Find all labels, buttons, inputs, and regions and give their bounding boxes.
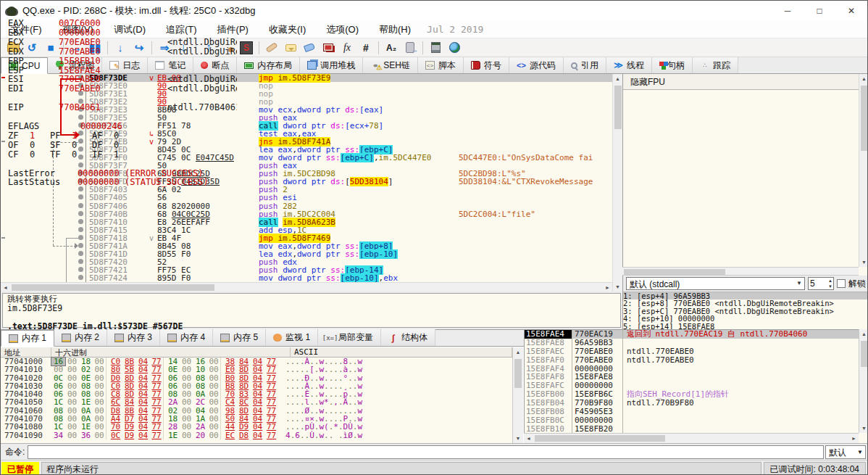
patch-button[interactable] <box>263 40 280 56</box>
breakpoint-dot-icon[interactable] <box>78 259 83 264</box>
command-scope-select[interactable]: 默认 ▼ <box>825 445 866 459</box>
tab-内存布局[interactable]: 内存布局 <box>237 57 300 73</box>
register-row[interactable]: ZF 1PF 1AF 0 <box>8 131 237 141</box>
unlock-checkbox[interactable] <box>837 279 846 288</box>
tab-监视 1[interactable]: 监视 1 <box>266 329 318 346</box>
scroll-thumb[interactable] <box>861 341 868 367</box>
tab-符号[interactable]: 符号 <box>464 57 509 73</box>
tab-调用堆栈[interactable]: 调用堆栈 <box>300 57 363 73</box>
register-row[interactable] <box>8 112 237 122</box>
tab-内存 5[interactable]: 内存 5 <box>213 329 266 346</box>
breakpoint-dot-icon[interactable] <box>78 211 83 216</box>
scroll-down-arrow[interactable]: ▼ <box>859 257 868 267</box>
tab-句柄[interactable]: 句柄 <box>652 57 693 73</box>
tab-SEH链[interactable]: ⚭SEH链 <box>363 57 418 73</box>
disasm-row[interactable]: 5D8F740B68 04C0C25Dpush im.5DC2C0045DC2C… <box>1 210 612 218</box>
disasm-row[interactable]: 5D8F741583C4 1Cadd esp,1C <box>1 226 612 234</box>
disasm-row[interactable]: 5D8F740556push esi <box>1 194 612 202</box>
breakpoint-dot-icon[interactable] <box>78 219 83 224</box>
remote-device-button[interactable] <box>401 40 419 56</box>
scroll-down-arrow[interactable]: ▼ <box>859 424 868 433</box>
stack-row[interactable]: 15E8FAF0770EABE0ntdll.770EABE0 <box>525 356 868 365</box>
registers-hscrollbar[interactable] <box>622 267 859 276</box>
scroll-left-arrow[interactable]: ◄ <box>524 434 533 443</box>
stack-hscrollbar[interactable]: ◄► <box>524 433 859 443</box>
register-list[interactable]: EAX007C6000EBX00000000ECX770EABE0<ntdll.… <box>1 17 237 194</box>
tab-内存 1[interactable]: 内存 1 <box>1 330 54 347</box>
scroll-down-arrow[interactable]: ▼ <box>513 434 523 443</box>
scroll-up-arrow[interactable]: ▲ <box>859 329 868 339</box>
tab-源代码[interactable]: <>源代码 <box>509 57 564 73</box>
breakpoint-dot-icon[interactable] <box>78 203 83 208</box>
scroll-thumb[interactable] <box>861 86 868 151</box>
breakpoint-dot-icon[interactable] <box>78 194 83 199</box>
breakpoint-dot-icon[interactable] <box>78 267 83 272</box>
comment-button[interactable] <box>282 40 299 56</box>
calling-convention-select[interactable]: 默认 (stdcall) ▼ <box>626 277 805 290</box>
scroll-thumb[interactable] <box>624 269 725 275</box>
menu-item[interactable]: 帮助(H) <box>369 21 421 38</box>
scroll-thumb[interactable] <box>12 284 214 291</box>
menu-item[interactable]: 收藏夹(I) <box>259 21 316 38</box>
register-row[interactable]: EFLAGS00000246 <box>8 122 237 131</box>
hash-button[interactable]: # <box>357 40 375 56</box>
register-row[interactable] <box>8 187 237 194</box>
calculator-button[interactable] <box>427 40 444 56</box>
breakpoint-dot-icon[interactable] <box>78 243 83 248</box>
tab-结构体[interactable]: ∫结构体 <box>381 329 435 346</box>
stack-vscrollbar[interactable]: ▲▼ <box>859 329 868 433</box>
label-button[interactable] <box>301 40 318 56</box>
dump-row[interactable]: 770410801C001E0070D9047728002A0044D90477… <box>1 423 512 431</box>
tab-内存 2[interactable]: 内存 2 <box>54 329 107 346</box>
register-row[interactable]: EDX770EABE0<ntdll.DbgUiRemoteBreakin> <box>8 47 237 57</box>
function-analysis-button[interactable]: fx <box>338 40 356 56</box>
registers-vscrollbar[interactable]: ▲▼ <box>859 74 868 267</box>
disassembly-vscrollbar[interactable]: ▲▼ <box>612 74 622 292</box>
register-row[interactable]: EAX007C6000 <box>8 19 237 28</box>
hide-fpu-button[interactable]: 隐藏FPU <box>623 74 868 90</box>
breakpoint-dot-icon[interactable] <box>78 235 83 240</box>
dump-row[interactable]: 7704101000000200805B04770E001000E08D0477… <box>1 365 512 373</box>
string-case-button[interactable]: A₂ <box>383 40 400 56</box>
scroll-down-arrow[interactable]: ▼ <box>613 282 622 292</box>
tab-引用[interactable]: 引用 <box>564 57 606 73</box>
scroll-right-arrow[interactable]: ► <box>603 283 612 292</box>
register-row[interactable]: OF 0SF 0DF 0 <box>8 141 237 150</box>
dump-vscrollbar[interactable]: ▲▼ <box>512 347 523 443</box>
breakpoint-dot-icon[interactable] <box>78 227 83 232</box>
disassembly-hscrollbar[interactable]: ◄► <box>1 282 612 292</box>
command-input[interactable] <box>28 445 824 459</box>
memory-dump-pane[interactable]: 地址 十六进制 ASCII 7704100016001800C08B047714… <box>1 347 512 443</box>
tab-线程[interactable]: ≫线程 <box>606 57 652 73</box>
register-row[interactable]: EIP770B4061ntdll.770B4061 <box>8 103 237 112</box>
scroll-right-arrow[interactable]: ► <box>849 434 859 443</box>
argument-row[interactable]: 5: [esp+14] 15E8FAE8 <box>623 323 868 329</box>
scroll-thumb[interactable] <box>514 359 522 388</box>
scroll-thumb[interactable] <box>614 86 622 129</box>
scroll-thumb[interactable] <box>535 435 665 442</box>
internet-globe-button[interactable] <box>446 40 463 56</box>
tab-内存 4[interactable]: 内存 4 <box>160 329 213 346</box>
menu-item[interactable]: 选项(O) <box>316 21 369 38</box>
scroll-up-arrow[interactable]: ▲ <box>613 74 622 83</box>
stack-row[interactable]: 15E8FAE896A59BB3 <box>525 339 868 347</box>
register-row[interactable]: CF 0TF 0IF 1 <box>8 150 237 160</box>
argument-count-stepper[interactable]: 5 ▲▼ <box>808 277 834 290</box>
trace-record-button[interactable]: S <box>238 40 255 56</box>
tab-脚本[interactable]: <>脚本 <box>418 57 464 73</box>
dump-row[interactable]: 77041090340036000CD904771E002000ECD80477… <box>1 431 512 439</box>
minimize-button[interactable]: ─ <box>772 1 804 21</box>
stack-row[interactable]: 15E8FAEC770EABE0ntdll.770EABE0 <box>525 347 868 356</box>
breakpoint-dot-icon[interactable] <box>78 275 83 280</box>
register-row[interactable]: LastStatus 00000000 (STATUS_SUCCESS) <box>8 178 237 187</box>
register-row[interactable]: EBP15E8FB10 <box>8 57 237 66</box>
tab-内存 3[interactable]: 内存 3 <box>107 329 160 346</box>
tab-局部变量[interactable]: [x=]局部变量 <box>318 329 381 346</box>
scroll-up-arrow[interactable]: ▲ <box>513 347 523 357</box>
bookmark-button[interactable] <box>320 40 337 56</box>
disasm-row[interactable]: 5D8F7424895D F0mov dword ptr ss:[ebp-10]… <box>1 274 612 282</box>
scroll-left-arrow[interactable]: ◄ <box>1 283 10 292</box>
maximize-button[interactable]: □ <box>804 1 835 21</box>
tab-跟踪[interactable]: ∴跟踪 <box>693 57 738 73</box>
register-row[interactable]: EDI770EABE0<ntdll.DbgUiRemoteBreakin> <box>8 84 237 94</box>
